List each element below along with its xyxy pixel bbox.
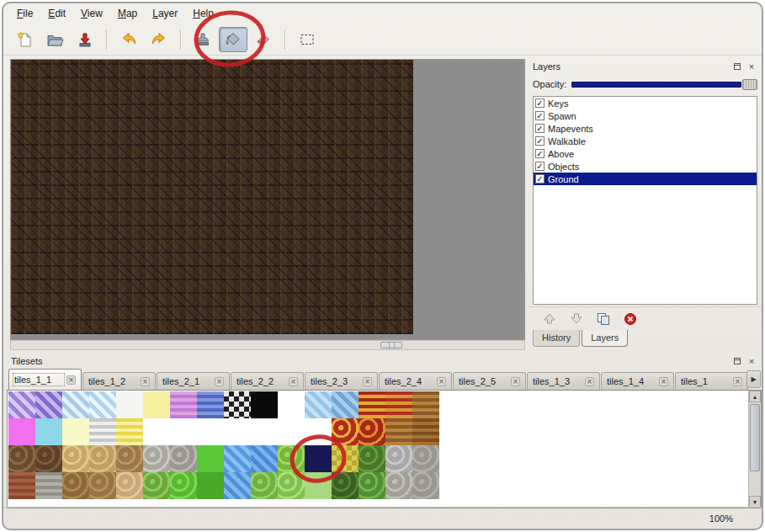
- tab-history[interactable]: History: [533, 330, 580, 347]
- duplicate-layer-button[interactable]: [594, 311, 613, 327]
- layer-row-mapevents[interactable]: ✓Mapevents: [534, 122, 757, 135]
- undo-button[interactable]: [114, 27, 143, 52]
- tileset-tile[interactable]: [385, 445, 412, 472]
- layer-visibility-checkbox[interactable]: ✓: [535, 124, 545, 133]
- layer-row-walkable[interactable]: ✓Walkable: [534, 135, 757, 147]
- menu-map[interactable]: Map: [111, 5, 144, 22]
- menu-edit[interactable]: Edit: [41, 5, 72, 22]
- tileset-tile[interactable]: [89, 418, 116, 445]
- menu-layer[interactable]: Layer: [146, 5, 184, 22]
- tileset-tile[interactable]: [385, 472, 412, 499]
- tileset-tab-tiles_2_1[interactable]: tiles_2_1×: [157, 372, 230, 390]
- tileset-tile[interactable]: [62, 472, 89, 499]
- bucket-fill-button[interactable]: [219, 27, 247, 52]
- tileset-tile[interactable]: [116, 445, 143, 472]
- tileset-tile[interactable]: [385, 418, 412, 445]
- tileset-tile[interactable]: [89, 472, 116, 499]
- tileset-tile[interactable]: [359, 472, 385, 499]
- tileset-tile[interactable]: [251, 472, 278, 499]
- scroll-down-icon[interactable]: ▼: [749, 496, 761, 508]
- map-canvas[interactable]: [11, 60, 413, 334]
- tileset-tile[interactable]: [278, 472, 305, 499]
- tileset-tile[interactable]: [412, 391, 439, 418]
- tileset-tile[interactable]: [278, 445, 305, 472]
- tileset-tile[interactable]: [89, 391, 116, 418]
- tileset-tile[interactable]: [412, 418, 439, 445]
- float-panel-icon[interactable]: [731, 355, 743, 367]
- tileset-tile[interactable]: [8, 391, 35, 418]
- tab-close-icon[interactable]: ×: [659, 377, 668, 386]
- tileset-tile[interactable]: [197, 472, 224, 499]
- tileset-tile[interactable]: [385, 391, 412, 418]
- delete-layer-button[interactable]: [621, 311, 640, 327]
- tileset-tile[interactable]: [224, 445, 251, 472]
- tileset-tab-tiles_1_3[interactable]: tiles_1_3×: [527, 372, 600, 390]
- layer-row-spawn[interactable]: ✓Spawn: [534, 109, 757, 122]
- tileset-tab-tiles_1_1[interactable]: tiles_1_1×: [8, 369, 82, 390]
- tab-close-icon[interactable]: ×: [585, 377, 594, 386]
- tab-close-icon[interactable]: ×: [289, 377, 298, 386]
- tileset-tile[interactable]: [305, 391, 332, 418]
- tileset-tile[interactable]: [278, 418, 305, 445]
- tab-scroll-right-button[interactable]: ▶: [746, 370, 761, 388]
- redo-button[interactable]: [145, 27, 173, 52]
- tileset-tile[interactable]: [224, 418, 251, 445]
- tileset-tile[interactable]: [305, 418, 332, 445]
- tileset-tile[interactable]: [197, 391, 224, 418]
- menu-file[interactable]: File: [10, 5, 40, 22]
- tileset-tile[interactable]: [116, 391, 143, 418]
- tileset-tile[interactable]: [332, 418, 359, 445]
- tileset-tile[interactable]: [143, 418, 170, 445]
- tileset-tab-tiles_2_5[interactable]: tiles_2_5×: [453, 372, 526, 390]
- eraser-tool-button[interactable]: [249, 27, 278, 52]
- opacity-slider[interactable]: [571, 79, 757, 90]
- layer-row-ground[interactable]: ✓Ground: [534, 173, 757, 185]
- float-panel-icon[interactable]: [731, 61, 743, 72]
- tileset-tile[interactable]: [35, 418, 62, 445]
- close-panel-icon[interactable]: ×: [746, 61, 757, 72]
- opacity-slider-track[interactable]: [571, 82, 741, 88]
- tileset-tile[interactable]: [8, 445, 35, 472]
- tileset-tile[interactable]: [89, 445, 116, 472]
- tab-close-icon[interactable]: ×: [141, 377, 150, 386]
- tileset-tab-tiles_2_3[interactable]: tiles_2_3×: [305, 372, 378, 390]
- tileset-tile[interactable]: [35, 472, 62, 499]
- tileset-tile[interactable]: [251, 391, 278, 418]
- new-map-button[interactable]: [10, 27, 39, 52]
- tileset-tile[interactable]: [332, 391, 359, 418]
- tileset-vscrollbar[interactable]: ▲ ▼: [748, 391, 761, 508]
- tileset-tile[interactable]: [8, 472, 35, 499]
- layer-visibility-checkbox[interactable]: ✓: [535, 174, 545, 184]
- tab-close-icon[interactable]: ×: [66, 375, 76, 385]
- tileset-tile[interactable]: [412, 445, 439, 472]
- tileset-tile[interactable]: [170, 391, 197, 418]
- scrollbar-track[interactable]: [749, 402, 761, 496]
- tileset-tile[interactable]: [251, 445, 278, 472]
- map-horizontal-scrollbar[interactable]: [10, 340, 525, 350]
- layer-row-objects[interactable]: ✓Objects: [534, 160, 757, 173]
- close-panel-icon[interactable]: ×: [746, 355, 757, 367]
- layer-visibility-checkbox[interactable]: ✓: [535, 162, 545, 171]
- tab-close-icon[interactable]: ×: [511, 377, 520, 386]
- tileset-tile[interactable]: [197, 418, 224, 445]
- tab-close-icon[interactable]: ×: [437, 377, 446, 386]
- tab-close-icon[interactable]: ×: [733, 377, 742, 386]
- move-layer-down-button[interactable]: [567, 311, 586, 327]
- tileset-tile[interactable]: [359, 418, 385, 445]
- tab-close-icon[interactable]: ×: [215, 377, 224, 386]
- tileset-tab-tiles_1_4[interactable]: tiles_1_4×: [601, 372, 674, 390]
- tileset-tab-tiles_1_2[interactable]: tiles_1_2×: [82, 372, 156, 390]
- tileset-tile[interactable]: [170, 472, 197, 499]
- tileset-tile[interactable]: [224, 472, 251, 499]
- tileset-tile[interactable]: [359, 391, 385, 418]
- map-viewport[interactable]: [10, 59, 525, 340]
- save-map-button[interactable]: [71, 27, 99, 52]
- tileset-tile[interactable]: [278, 391, 305, 418]
- tileset-tile[interactable]: [62, 391, 89, 418]
- tileset-tile[interactable]: [412, 472, 439, 499]
- layer-row-above[interactable]: ✓Above: [534, 147, 757, 160]
- layer-visibility-checkbox[interactable]: ✓: [535, 149, 545, 158]
- tileset-tile[interactable]: [62, 445, 89, 472]
- menu-help[interactable]: Help: [186, 5, 220, 22]
- tileset-tile[interactable]: [35, 445, 62, 472]
